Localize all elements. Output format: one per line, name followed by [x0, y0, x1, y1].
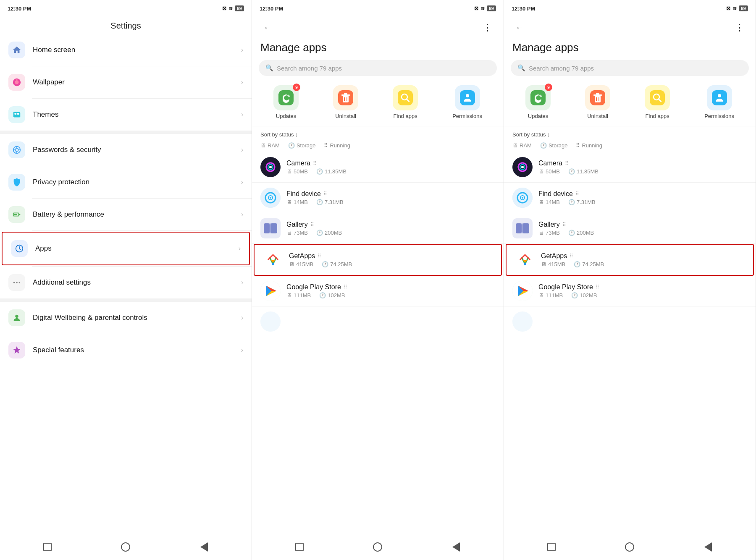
- filter-ram-right[interactable]: 🖥 RAM: [512, 142, 532, 149]
- play-store-icon-mid: [260, 281, 281, 301]
- sidebar-item-themes[interactable]: Themes ›: [0, 99, 252, 131]
- search-icon-mid: 🔍: [265, 64, 273, 72]
- manage-apps-panel-right: 12:30 PM ⊠ ≋ 69 ← ⋮ Manage apps 🔍 Search…: [504, 0, 756, 560]
- app-row-finddevice-mid[interactable]: Find device⠿ 🖥14MB 🕐7.31MB: [252, 183, 504, 213]
- partial-icon-right: [512, 311, 533, 332]
- sidebar-item-wellbeing[interactable]: Digital Wellbeing & parental controls ›: [0, 302, 252, 334]
- more-menu-button-mid[interactable]: ⋮: [480, 20, 495, 35]
- find-apps-button-right[interactable]: Find apps: [645, 85, 670, 119]
- sidebar-item-home-screen[interactable]: Home screen ›: [0, 34, 252, 66]
- app-row-camera-mid[interactable]: Camera⠿ 🖥50MB 🕐11.85MB: [252, 152, 504, 183]
- status-icons-right: ⊠ ≋ 69: [726, 5, 748, 11]
- back-button-mid[interactable]: [450, 541, 462, 553]
- app-list-mid: Camera⠿ 🖥50MB 🕐11.85MB Find device⠿ 🖥14M…: [252, 152, 504, 535]
- wellbeing-icon: [8, 309, 25, 326]
- app-row-gallery-right[interactable]: Gallery⠿ 🖥73MB 🕐200MB: [504, 213, 756, 244]
- permissions-button-right[interactable]: Permissions: [704, 85, 734, 119]
- filter-running-mid[interactable]: ⠿ Running: [324, 142, 350, 149]
- sidebar-item-battery[interactable]: Battery & performance ›: [0, 199, 252, 230]
- svg-point-2: [16, 79, 18, 81]
- app-row-finddevice-right[interactable]: Find device⠿ 🖥14MB 🕐7.31MB: [504, 183, 756, 213]
- svg-rect-21: [278, 90, 294, 105]
- filter-storage-right[interactable]: 🕐 Storage: [540, 142, 568, 149]
- permissions-icon-right: [707, 85, 732, 110]
- back-button[interactable]: [198, 541, 210, 553]
- svg-point-63: [718, 94, 721, 97]
- svg-rect-13: [14, 214, 17, 215]
- partial-icon-mid: [260, 311, 281, 332]
- filter-storage-mid[interactable]: 🕐 Storage: [288, 142, 316, 149]
- app-row-getapps-mid[interactable]: GetApps⠿ 🖥415MB 🕐74.25MB: [254, 244, 502, 276]
- updates-button-right[interactable]: 9 Updates: [525, 85, 551, 119]
- permissions-button[interactable]: Permissions: [452, 85, 482, 119]
- gallery-info-mid: Gallery⠿ 🖥73MB 🕐200MB: [286, 221, 495, 236]
- svg-point-19: [15, 315, 18, 318]
- quick-actions-mid: 9 Updates Uninstall Find apps Permission…: [252, 81, 504, 126]
- svg-rect-31: [460, 90, 475, 105]
- permissions-label-right: Permissions: [704, 113, 734, 119]
- search-bar-right[interactable]: 🔍 Search among 79 apps: [511, 60, 749, 76]
- back-button-right[interactable]: [702, 541, 714, 553]
- sidebar-item-apps[interactable]: Apps ›: [2, 232, 250, 265]
- play-store-icon-right: [512, 281, 533, 301]
- getapps-info-mid: GetApps⠿ 🖥415MB 🕐74.25MB: [289, 252, 493, 267]
- camera-icon-mid: [260, 157, 281, 177]
- back-button-right[interactable]: ←: [512, 20, 528, 35]
- updates-icon: 9: [273, 85, 299, 110]
- status-icons-left: ⊠ ≋ 69: [222, 5, 244, 11]
- chevron-right-icon: ›: [241, 146, 243, 154]
- manage-apps-panel-mid: 12:30 PM ⊠ ≋ 69 ← ⋮ Manage apps 🔍 Search…: [252, 0, 504, 560]
- uninstall-label: Uninstall: [335, 113, 356, 119]
- more-menu-button-right[interactable]: ⋮: [732, 20, 747, 35]
- home-button-right[interactable]: [624, 541, 635, 553]
- recent-apps-button-mid[interactable]: [294, 541, 305, 553]
- svg-point-67: [521, 166, 524, 168]
- top-nav-mid: ← ⋮: [252, 15, 504, 38]
- app-row-camera-right[interactable]: Camera⠿ 🖥50MB 🕐11.85MB: [504, 152, 756, 183]
- app-row-partial-right[interactable]: [504, 306, 756, 337]
- back-button-mid[interactable]: ←: [260, 20, 276, 35]
- page-title-right: Manage apps: [504, 38, 756, 57]
- sort-bar-right: Sort by status ↕: [504, 126, 756, 140]
- updates-button[interactable]: 9 Updates: [273, 85, 299, 119]
- app-row-partial-mid[interactable]: [252, 306, 504, 337]
- svg-point-71: [522, 197, 523, 199]
- battery-icon: [8, 206, 25, 223]
- app-row-gallery-mid[interactable]: Gallery⠿ 🖥73MB 🕐200MB: [252, 213, 504, 244]
- time-left: 12:30 PM: [8, 5, 31, 12]
- gallery-info-right: Gallery⠿ 🖥73MB 🕐200MB: [538, 221, 747, 236]
- bottom-nav-right: [504, 535, 756, 560]
- home-button[interactable]: [120, 541, 131, 553]
- search-bar-mid[interactable]: 🔍 Search among 79 apps: [259, 60, 497, 76]
- search-placeholder-right: Search among 79 apps: [529, 65, 594, 72]
- app-row-playstore-mid[interactable]: Google Play Store⠿ 🖥111MB 🕐102MB: [252, 276, 504, 306]
- recent-apps-button[interactable]: [42, 541, 53, 553]
- updates-badge-right: 9: [545, 84, 552, 91]
- find-apps-button[interactable]: Find apps: [393, 85, 418, 119]
- app-row-playstore-right[interactable]: Google Play Store⠿ 🖥111MB 🕐102MB: [504, 276, 756, 306]
- uninstall-button[interactable]: Uninstall: [333, 85, 358, 119]
- sidebar-item-passwords[interactable]: Passwords & security ›: [0, 134, 252, 166]
- chevron-right-icon: ›: [241, 279, 243, 286]
- sort-label-right[interactable]: Sort by status ↕: [512, 131, 550, 138]
- home-button-mid[interactable]: [372, 541, 383, 553]
- gallery-icon-mid: [260, 218, 281, 238]
- filter-ram-mid[interactable]: 🖥 RAM: [260, 142, 280, 149]
- svg-rect-24: [341, 94, 350, 96]
- sidebar-item-wallpaper[interactable]: Wallpaper ›: [0, 66, 252, 98]
- search-placeholder-mid: Search among 79 apps: [277, 65, 342, 72]
- sidebar-item-special[interactable]: Special features ›: [0, 334, 252, 366]
- uninstall-button-right[interactable]: Uninstall: [585, 85, 610, 119]
- filter-running-right[interactable]: ⠿ Running: [576, 142, 602, 149]
- svg-point-1: [15, 80, 18, 84]
- sidebar-item-privacy[interactable]: Privacy protection ›: [0, 166, 252, 198]
- svg-rect-56: [596, 93, 599, 94]
- sort-bar-mid: Sort by status ↕: [252, 126, 504, 140]
- app-row-getapps-right[interactable]: GetApps⠿ 🖥415MB 🕐74.25MB: [506, 244, 754, 276]
- find-apps-label: Find apps: [394, 113, 417, 119]
- sort-label-mid[interactable]: Sort by status ↕: [260, 131, 298, 138]
- recent-apps-button-right[interactable]: [546, 541, 557, 553]
- svg-point-17: [16, 282, 18, 283]
- sidebar-item-additional[interactable]: Additional settings ›: [0, 267, 252, 298]
- chevron-right-icon: ›: [241, 178, 243, 186]
